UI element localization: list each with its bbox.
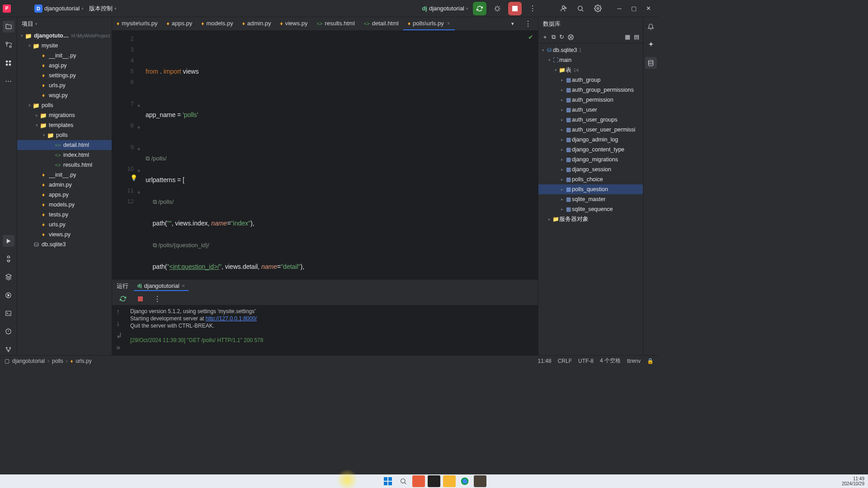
editor-tab[interactable]: ♦views.py bbox=[276, 17, 312, 30]
db-table[interactable]: ▸▦auth_user bbox=[538, 105, 643, 115]
database-tree[interactable]: ▾⛁db.sqlite31 ▾⛶main ▾📁表14 ▸▦auth_group … bbox=[538, 43, 643, 355]
tree-dir[interactable]: ▾📁templates bbox=[17, 120, 112, 130]
scroll-down-icon[interactable]: ↓ bbox=[116, 319, 122, 328]
add-datasource-button[interactable]: ＋ bbox=[542, 33, 548, 41]
rerun-button[interactable] bbox=[117, 292, 129, 305]
debug-button[interactable] bbox=[491, 2, 504, 15]
search-everywhere-button[interactable] bbox=[574, 2, 587, 15]
main-menu-button[interactable] bbox=[16, 2, 29, 15]
more-button[interactable]: ⋮ bbox=[151, 292, 164, 305]
problems-tool-button[interactable] bbox=[3, 325, 14, 337]
db-table[interactable]: ▸▦auth_permission bbox=[538, 95, 643, 105]
terminal-tool-button[interactable] bbox=[3, 307, 14, 319]
packages-tool-button[interactable] bbox=[3, 271, 14, 283]
project-tree[interactable]: ▾📁 djangotutorial H:\MyWebProject ▾📁mysi… bbox=[17, 31, 112, 355]
db-table[interactable]: ▸▦auth_group_permissions bbox=[538, 85, 643, 95]
stop-button[interactable] bbox=[508, 2, 522, 15]
settings-button[interactable] bbox=[591, 2, 604, 15]
editor-tab[interactable]: ♦models.py bbox=[197, 17, 237, 30]
vcs-dropdown[interactable]: 版本控制 ▾ bbox=[89, 5, 117, 13]
code-editor[interactable]: ✔ 2 3 4 5 6 7⚬ 8⚬ 9⚬ 10⚬ 11⚬ 12 from . i bbox=[112, 31, 538, 279]
scroll-up-icon[interactable]: ↑ bbox=[116, 308, 122, 316]
more-button[interactable]: ⋮ bbox=[526, 2, 539, 15]
editor-tab[interactable]: <>detail.html bbox=[359, 17, 403, 30]
server-url-link[interactable]: http://127.0.0.1:8000/ bbox=[206, 315, 257, 322]
code-content[interactable]: from . import views app_name = 'polls' ⧉… bbox=[137, 31, 538, 279]
tree-file[interactable]: ♦apps.py bbox=[17, 190, 112, 200]
database-tool-button[interactable] bbox=[645, 57, 657, 69]
tree-dir[interactable]: ▾📁mysite bbox=[17, 41, 112, 51]
caret-position[interactable]: 11:48 bbox=[538, 358, 552, 364]
grid-tool-button[interactable] bbox=[3, 57, 14, 69]
tree-file[interactable]: <>index.html bbox=[17, 150, 112, 160]
collab-icon[interactable] bbox=[557, 2, 570, 15]
project-panel-header[interactable]: 项目 ▾ bbox=[17, 17, 112, 31]
close-tab-icon[interactable]: × bbox=[447, 20, 450, 27]
tab-dropdown-button[interactable]: ▾ bbox=[506, 18, 519, 30]
tree-file[interactable]: ♦__init__.py bbox=[17, 170, 112, 180]
db-table[interactable]: ▸▦auth_user_groups bbox=[538, 115, 643, 125]
refresh-button[interactable]: ↻ bbox=[559, 33, 564, 40]
db-table[interactable]: ▸▦django_content_type bbox=[538, 145, 643, 155]
duplicate-button[interactable]: ⧉ bbox=[552, 33, 556, 41]
vcs-tool-button[interactable] bbox=[3, 343, 14, 355]
run-config-dropdown[interactable]: dj djangotutorial ▾ bbox=[422, 5, 468, 12]
db-table[interactable]: ▸▦django_admin_log bbox=[538, 135, 643, 145]
stop-button[interactable]: ⨂ bbox=[568, 33, 574, 40]
rerun-button[interactable] bbox=[473, 2, 486, 15]
tree-file[interactable]: ♦admin.py bbox=[17, 180, 112, 190]
db-table[interactable]: ▸▦sqlite_sequence bbox=[538, 204, 643, 214]
editor-tab-active[interactable]: ♦polls\urls.py× bbox=[403, 17, 455, 30]
line-ending[interactable]: CRLF bbox=[558, 358, 572, 364]
run-config-tab[interactable]: dj djangotutorial × bbox=[134, 282, 189, 291]
close-icon[interactable]: × bbox=[182, 282, 185, 289]
expand-icon[interactable]: » bbox=[116, 343, 122, 352]
soft-wrap-icon[interactable]: ↲ bbox=[116, 331, 122, 340]
tree-file[interactable]: ♦tests.py bbox=[17, 210, 112, 220]
editor-tab[interactable]: <>results.html bbox=[312, 17, 359, 30]
editor-tab[interactable]: ♦apps.py bbox=[162, 17, 197, 30]
db-table[interactable]: ▸▦polls_question bbox=[538, 184, 643, 194]
tree-file[interactable]: ♦settings.py bbox=[17, 70, 112, 80]
ai-assistant-button[interactable] bbox=[645, 39, 657, 51]
project-tool-button[interactable] bbox=[3, 21, 14, 33]
stop-button[interactable] bbox=[134, 292, 146, 305]
indent[interactable]: 4 个空格 bbox=[600, 357, 621, 365]
close-button[interactable]: ✕ bbox=[641, 5, 656, 12]
interpreter[interactable]: ttrenv bbox=[627, 358, 641, 364]
tree-file[interactable]: ♦urls.py bbox=[17, 80, 112, 90]
tree-file[interactable]: ♦asgi.py bbox=[17, 61, 112, 70]
project-dropdown[interactable]: D djangotutorial ▾ bbox=[34, 5, 84, 13]
intention-bulb-icon[interactable]: 💡 bbox=[130, 174, 137, 181]
lock-icon[interactable]: 🔒 bbox=[647, 358, 654, 364]
tree-file[interactable]: ♦views.py bbox=[17, 230, 112, 239]
table-button[interactable]: ▤ bbox=[634, 33, 639, 40]
services-tool-button[interactable] bbox=[3, 289, 14, 301]
db-tables-folder[interactable]: ▾📁表14 bbox=[538, 65, 643, 75]
tree-dir[interactable]: ▸📁migrations bbox=[17, 110, 112, 120]
db-table[interactable]: ▸▦auth_group bbox=[538, 75, 643, 85]
maximize-button[interactable]: ▢ bbox=[627, 5, 641, 12]
tree-file[interactable]: <>detail.html bbox=[17, 140, 112, 150]
python-console-button[interactable] bbox=[3, 253, 14, 265]
tree-file[interactable]: ⛁db.sqlite3 bbox=[17, 239, 112, 249]
tree-dir[interactable]: ▾📁polls bbox=[17, 100, 112, 110]
db-table[interactable]: ▸▦django_session bbox=[538, 164, 643, 174]
db-server-objects[interactable]: ▸📁服务器对象 bbox=[538, 214, 643, 224]
tree-file[interactable]: ♦models.py bbox=[17, 200, 112, 210]
tab-more-button[interactable]: ⋮ bbox=[522, 18, 534, 30]
run-tool-button[interactable] bbox=[3, 235, 14, 247]
tree-file[interactable]: ♦wsgi.py bbox=[17, 90, 112, 100]
tree-file[interactable]: ♦urls.py bbox=[17, 220, 112, 230]
editor-tab[interactable]: ♦admin.py bbox=[238, 17, 276, 30]
db-datasource[interactable]: ▾⛁db.sqlite31 bbox=[538, 45, 643, 55]
db-schema[interactable]: ▾⛶main bbox=[538, 55, 643, 65]
tree-file[interactable]: ♦__init__.py bbox=[17, 51, 112, 61]
db-table[interactable]: ▸▦sqlite_master bbox=[538, 194, 643, 204]
console-output[interactable]: Django version 5.1.2, using settings 'my… bbox=[112, 305, 538, 355]
encoding[interactable]: UTF-8 bbox=[578, 358, 594, 364]
more-tools-button[interactable]: ⋯ bbox=[3, 75, 14, 87]
notifications-button[interactable] bbox=[645, 21, 657, 33]
editor-tab[interactable]: ♦mysite\urls.py bbox=[112, 17, 162, 30]
tree-dir[interactable]: ▾📁polls bbox=[17, 130, 112, 140]
